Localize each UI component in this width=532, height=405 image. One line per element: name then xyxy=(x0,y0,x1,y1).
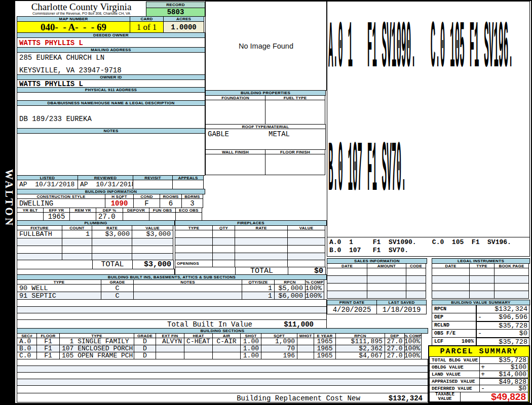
legal-description-block: DB 189/233 EUREKA xyxy=(17,105,205,129)
mailing-address-block: 285 EUREKA CHURCH LN KEYSVILLE, VA 23947… xyxy=(17,52,205,75)
built-ins-total-row: Total Built In Value $11,000 xyxy=(17,319,327,329)
plumbing-row: FULLBATH 1 $3,000 $3,000 xyxy=(17,230,175,238)
roof-type-value: GABLE xyxy=(208,130,229,138)
building-info-row2: 1965 27.0 xyxy=(17,212,205,221)
built-in-rpcn: $5,000 xyxy=(274,284,306,292)
bs-empty-row xyxy=(17,385,428,393)
parcel-value: $35,728 xyxy=(486,356,528,364)
mailing-line1: 285 EUREKA CHURCH LN xyxy=(19,54,104,62)
bs-empty-row xyxy=(17,379,428,386)
vs-label: LCF xyxy=(434,339,443,344)
plumbing-value: $3,000 xyxy=(132,230,173,238)
vs-op: - xyxy=(477,313,484,321)
sketch-area: A.0 1 F1 SV1090. C.0 105 F1 SV196. B.0 1… xyxy=(327,1,530,237)
sales-empty-row xyxy=(327,275,427,284)
last-saved-value: 1/18/2019 xyxy=(376,305,427,314)
bs-grade: D xyxy=(134,338,156,345)
floor-finish-value xyxy=(265,154,325,175)
legal-empty-row xyxy=(432,291,530,299)
bs-whgt xyxy=(297,352,314,359)
built-in-rpcn: $6,000 xyxy=(274,292,306,300)
dep-value: 27.0 xyxy=(96,212,123,221)
bs-rpcn: $111,895 xyxy=(335,338,385,345)
bs-shgt: 1.00 xyxy=(240,338,261,345)
vs-op: - xyxy=(477,330,484,337)
wall-floor-values xyxy=(205,154,326,175)
bs-type: 1 SINGLE FAMILY xyxy=(59,338,134,345)
remyr-value xyxy=(69,212,96,221)
fireplaces-openings-row: OPENINGS xyxy=(175,260,327,267)
vs-label: OBS F/E xyxy=(432,329,476,338)
fireplaces-empty-row xyxy=(175,253,327,260)
bs-whgt xyxy=(297,338,314,345)
built-ins-empty-row xyxy=(17,299,327,307)
parcel-row: DEFERRED VALUE -$0 xyxy=(429,385,529,392)
bs-dep: 27.0 xyxy=(385,338,405,345)
walton-watermark: WALTON xyxy=(1,169,15,227)
vs-label: RPCN xyxy=(432,305,476,313)
parcel-value: $0 xyxy=(486,385,528,392)
built-in-notes xyxy=(133,292,242,300)
bs-extfin: ALVYN xyxy=(156,338,184,345)
built-ins-row: 90 WELL C 1 $5,000 100% xyxy=(17,284,327,292)
parcel-value: $14,000 xyxy=(486,371,528,378)
taxable-label: TAXABLE VALUE xyxy=(429,392,461,402)
print-date-value: 4/20/2025 xyxy=(327,305,377,314)
bs-type: 105 OPEN FRAME PCH xyxy=(59,352,134,359)
visits-value-row: AP 10/31/2018 AP 10/31/2018 xyxy=(17,180,205,189)
plumbing-total-row: TOTAL $3,000 xyxy=(17,260,175,269)
parcel-row: TOTAL BLDG VALUE $35,728 xyxy=(429,356,529,364)
bs-air: C-AIR xyxy=(212,338,241,345)
owner-id-value: WATTS PHYLLIS L xyxy=(17,79,205,88)
value-summary-row: RCLND $35,728 xyxy=(432,321,530,330)
sales-empty-row xyxy=(327,291,427,299)
card-body: Charlotte County Virginia Commissioner o… xyxy=(15,1,531,403)
value-summary-row: LCF 100% $35,728 xyxy=(432,337,530,346)
yrblt-value xyxy=(17,212,44,221)
bs-eyear: 1965 xyxy=(314,338,336,345)
roof-values: GABLE METAL xyxy=(205,129,326,150)
built-in-notes xyxy=(133,284,242,292)
parcel-row: LAND VALUE +$14,000 xyxy=(429,371,529,378)
sketch-desc-line2: B.0 107 F1 SV70. xyxy=(329,247,529,255)
physical-address-value xyxy=(17,92,205,101)
construction-style-value: DWELLING xyxy=(17,198,105,208)
bs-air xyxy=(212,345,241,352)
fireplaces-empty-row xyxy=(175,237,327,246)
bs-sqft: 196 xyxy=(261,352,297,359)
bs-floor: F1 xyxy=(36,345,60,352)
vs-value: $0 xyxy=(484,330,529,337)
parcel-label: APPRAISED VALUE xyxy=(429,378,480,385)
acres-value: 1.0000 xyxy=(163,21,204,33)
depovr-value xyxy=(123,212,149,221)
ecoobs-value xyxy=(175,212,202,221)
sketch-desc-line1: A.0 1 F1 SV1090. C.0 105 F1 SV196. xyxy=(329,238,529,247)
bs-empty-row xyxy=(17,359,428,366)
appeals-value xyxy=(172,180,204,189)
built-in-comp: 100% xyxy=(305,284,324,292)
bs-shgt: 1.00 xyxy=(240,352,261,359)
plumbing-empty-row xyxy=(17,238,175,246)
sketch-vector-line1: A.0 1 F1 SV1090. C.0 105 F1 SV196. xyxy=(328,17,513,87)
bs-heat xyxy=(184,345,213,352)
fireplaces-empty-row xyxy=(175,230,327,238)
bs-heat xyxy=(184,352,213,359)
foundation-fuel-values xyxy=(205,100,326,125)
map-value-row: 040- - A- - - 69 1 of 1 1.0000 xyxy=(17,21,205,33)
vs-value: $96,596 xyxy=(484,313,529,321)
building-info-row1: DWELLING 1090 F 6 3 xyxy=(17,198,205,208)
sketch-description: A.0 1 F1 SV1090. C.0 105 F1 SV196. B.0 1… xyxy=(327,237,530,257)
bs-air xyxy=(212,352,241,359)
mailing-line2: KEYSVILLE, VA 23947-9718 xyxy=(19,66,122,74)
bs-comp: 100% xyxy=(404,352,422,359)
openings-label: OPENINGS xyxy=(175,260,213,267)
bs-floor: F1 xyxy=(36,352,60,359)
sales-empty-row xyxy=(327,283,427,291)
listed-value: AP 10/31/2018 xyxy=(17,180,78,189)
built-ins-row: 91 SEPTIC C 1 $6,000 100% xyxy=(17,292,327,300)
vs-value: $35,728 xyxy=(484,338,529,346)
bs-dep: 27.0 xyxy=(385,352,405,359)
parcel-value: $49,828 xyxy=(486,378,528,386)
taxable-value: $49,828 xyxy=(460,392,528,402)
photo-box: No Image Found xyxy=(205,1,327,91)
